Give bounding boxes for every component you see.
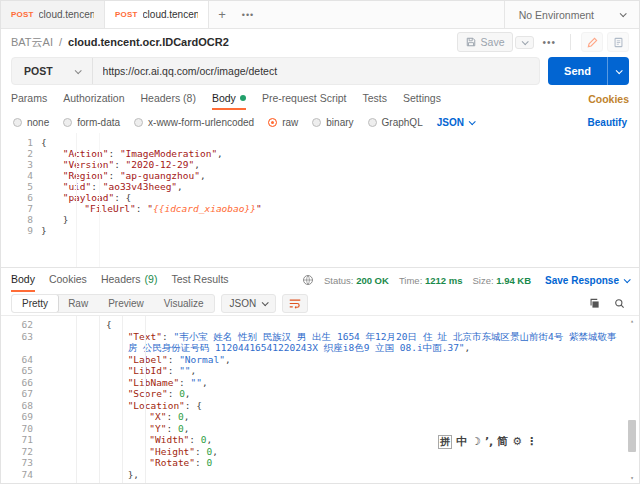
line-number: 67	[1, 388, 41, 400]
line-content: "payload": {	[41, 192, 639, 203]
scrollbar-thumb[interactable]	[628, 420, 636, 452]
ime-pinyin-icon[interactable]: 拼	[438, 435, 452, 449]
pretty-view-button[interactable]: Pretty	[11, 294, 59, 313]
code-line: 68"Location": {	[1, 400, 639, 412]
line-content: "uid": "ao33v43heeg",	[41, 181, 639, 192]
radio-icon	[134, 118, 143, 127]
scroll-up-arrow-icon[interactable]: ▴	[629, 318, 635, 324]
tab-options-button[interactable]: •••	[235, 1, 261, 28]
ime-chinese-mode-icon[interactable]: 中	[456, 434, 467, 449]
edit-button[interactable]	[581, 32, 603, 52]
tab-body[interactable]: Body	[212, 88, 246, 110]
pencil-icon	[587, 37, 598, 48]
tab-response-body[interactable]: Body	[11, 268, 35, 292]
chevron-down-icon	[624, 276, 631, 283]
request-body-editor[interactable]: 1{2"Action": "ImageModeration",3"Version…	[1, 133, 639, 267]
body-format-selector[interactable]: JSON	[437, 117, 474, 128]
time-value: 1212 ms	[425, 275, 463, 286]
mode-binary[interactable]: binary	[312, 117, 353, 128]
line-number: 4	[1, 170, 41, 181]
size-item: Size: 1.94 KB	[472, 275, 531, 286]
response-scrollbar[interactable]: ▴ ▾	[627, 318, 637, 481]
tab-params[interactable]: Params	[11, 88, 47, 110]
save-response-button[interactable]: Save Response	[545, 275, 629, 286]
copy-button[interactable]	[585, 296, 604, 311]
preview-view-button[interactable]: Preview	[98, 295, 154, 312]
cookies-link[interactable]: Cookies	[588, 93, 629, 105]
tab-label: Pre-request Script	[262, 92, 347, 104]
new-tab-button[interactable]: +	[209, 1, 235, 28]
ime-toolbar[interactable]: 拼 中 ☽ ’, 简 ⚙ ⋮	[438, 434, 537, 449]
chevron-down-icon	[74, 67, 81, 74]
tab-response-cookies[interactable]: Cookies	[49, 268, 87, 292]
indent-guide	[76, 316, 77, 483]
code-line: 74},	[1, 469, 639, 481]
mode-none[interactable]: none	[13, 117, 49, 128]
method-label: POST	[24, 65, 53, 77]
url-input[interactable]	[93, 65, 540, 77]
docs-button[interactable]	[607, 32, 629, 52]
mode-raw[interactable]: raw	[268, 117, 298, 128]
mode-graphql[interactable]: GraphQL	[368, 117, 423, 128]
code-line: 64"Label": "Normal",	[1, 354, 639, 366]
save-options-button[interactable]	[515, 36, 534, 49]
tab-response-headers[interactable]: Headers (9)	[101, 268, 158, 292]
visualize-view-button[interactable]: Visualize	[154, 295, 214, 312]
request-tab-1[interactable]: POST cloud.tencent.ocr.IDCa	[1, 1, 105, 28]
code-line: 62{	[1, 319, 639, 331]
tab-test-results[interactable]: Test Results	[171, 268, 228, 292]
tab-label: Tests	[363, 92, 388, 104]
ime-punctuation-icon[interactable]: ’,	[485, 435, 493, 448]
environment-selector[interactable]: No Environment	[504, 1, 639, 28]
radio-icon	[63, 118, 72, 127]
tab-authorization[interactable]: Authorization	[63, 88, 124, 110]
chevron-down-icon	[469, 118, 476, 125]
line-content: "Width": 0,	[41, 434, 639, 446]
code-line: 9}	[1, 225, 639, 236]
request-tab-2[interactable]: POST cloud.tencent.ocr.IDCa	[105, 1, 209, 28]
status-value: 200 OK	[356, 275, 389, 286]
scroll-down-arrow-icon[interactable]: ▾	[629, 475, 635, 481]
ime-settings-gear-icon[interactable]: ⚙	[512, 435, 522, 448]
tab-headers[interactable]: Headers (8)	[140, 88, 195, 110]
request-tab-bar: POST cloud.tencent.ocr.IDCa POST cloud.t…	[1, 1, 639, 29]
ime-more-icon[interactable]: ⋮	[526, 435, 537, 448]
send-options-button[interactable]	[607, 57, 629, 85]
line-number: 71	[1, 434, 41, 446]
format-label: JSON	[230, 298, 257, 309]
method-selector[interactable]: POST	[12, 65, 92, 77]
line-content: "Rotate": 0	[41, 457, 639, 469]
raw-view-button[interactable]: Raw	[58, 295, 98, 312]
response-viewer[interactable]: 拼 中 ☽ ’, 简 ⚙ ⋮ ▴ ▾ 62{63"Text": "韦小宝 姓名 …	[1, 316, 639, 483]
indent-guide	[76, 133, 77, 267]
mode-x-www-form-urlencoded[interactable]: x-www-form-urlencoded	[134, 117, 254, 128]
body-mode-row: none form-data x-www-form-urlencoded raw…	[1, 111, 639, 133]
ime-halfwidth-moon-icon[interactable]: ☽	[471, 435, 481, 448]
code-line: 1{	[1, 137, 639, 148]
line-number: 74	[1, 469, 41, 481]
wrap-lines-button[interactable]	[282, 294, 308, 313]
more-actions-button[interactable]: •••	[534, 37, 564, 48]
tab-settings[interactable]: Settings	[403, 88, 441, 110]
response-format-selector[interactable]: JSON	[221, 294, 277, 313]
search-icon	[614, 298, 625, 309]
line-number: 65	[1, 365, 41, 377]
mode-form-data[interactable]: form-data	[63, 117, 120, 128]
line-content: {	[41, 319, 639, 331]
response-toolbar: Pretty Raw Preview Visualize JSON	[1, 292, 639, 316]
save-button[interactable]: Save	[457, 32, 514, 52]
headers-count: (9)	[145, 273, 158, 285]
tab-tests[interactable]: Tests	[363, 88, 388, 110]
line-number: 2	[1, 148, 41, 159]
line-number: 72	[1, 446, 41, 458]
request-config-tabs: Params Authorization Headers (8) Body Pr…	[1, 87, 639, 111]
line-content: "LibId": "",	[41, 365, 639, 377]
beautify-link[interactable]: Beautify	[588, 117, 627, 128]
send-button[interactable]: Send	[548, 57, 607, 85]
mode-label: none	[27, 117, 49, 128]
breadcrumb-collection[interactable]: BAT云AI	[11, 35, 53, 50]
ime-simplified-icon[interactable]: 简	[497, 434, 508, 449]
tab-label: Headers (8)	[140, 92, 195, 104]
tab-pre-request-script[interactable]: Pre-request Script	[262, 88, 347, 110]
search-button[interactable]	[610, 296, 629, 311]
